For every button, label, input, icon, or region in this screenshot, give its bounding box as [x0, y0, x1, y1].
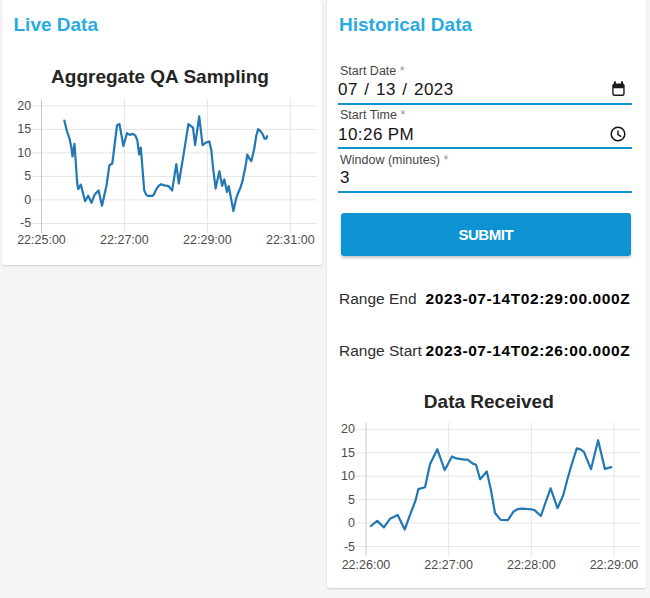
svg-text:5: 5	[24, 169, 31, 183]
svg-text:Aggregate QA Sampling: Aggregate QA Sampling	[51, 66, 269, 87]
svg-text:22:27:00: 22:27:00	[424, 558, 473, 572]
svg-text:10: 10	[17, 146, 31, 160]
svg-text:20: 20	[17, 99, 31, 113]
svg-text:22:29:00: 22:29:00	[183, 233, 232, 247]
svg-text:Data Received: Data Received	[424, 391, 554, 412]
svg-text:15: 15	[341, 446, 355, 460]
svg-text:22:29:00: 22:29:00	[590, 558, 639, 572]
svg-text:-5: -5	[20, 216, 31, 230]
svg-text:5: 5	[348, 493, 355, 507]
svg-text:22:28:00: 22:28:00	[507, 558, 556, 572]
svg-text:10: 10	[341, 469, 355, 483]
svg-text:0: 0	[348, 516, 355, 530]
svg-text:22:25:00: 22:25:00	[17, 233, 66, 247]
svg-text:15: 15	[17, 122, 31, 136]
svg-text:22:27:00: 22:27:00	[100, 233, 149, 247]
svg-text:22:31:00: 22:31:00	[266, 233, 315, 247]
svg-text:0: 0	[24, 193, 31, 207]
svg-text:20: 20	[341, 422, 355, 436]
svg-text:22:26:00: 22:26:00	[342, 558, 391, 572]
svg-text:-5: -5	[344, 540, 355, 554]
